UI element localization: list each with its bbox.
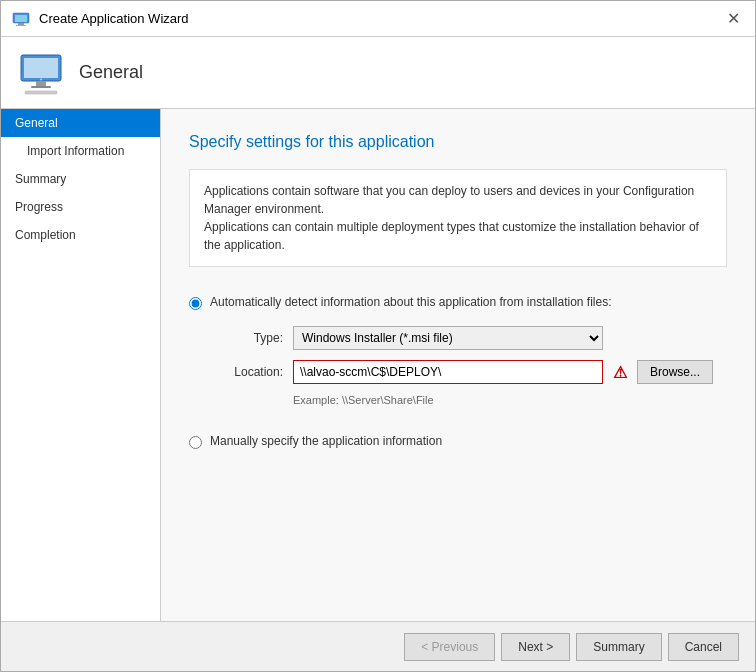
manual-option: Manually specify the application informa… — [189, 434, 727, 449]
cancel-button[interactable]: Cancel — [668, 633, 739, 661]
auto-detect-option: Automatically detect information about t… — [189, 295, 727, 310]
svg-rect-3 — [16, 25, 26, 26]
svg-rect-2 — [18, 23, 24, 25]
close-button[interactable]: ✕ — [721, 7, 745, 31]
type-label: Type: — [213, 331, 283, 345]
page-title: Specify settings for this application — [189, 133, 727, 151]
browse-button[interactable]: Browse... — [637, 360, 713, 384]
example-text: Example: \\Server\Share\File — [293, 394, 727, 406]
previous-button[interactable]: < Previous — [404, 633, 495, 661]
summary-button[interactable]: Summary — [576, 633, 661, 661]
app-icon — [11, 9, 31, 29]
main-content: General Import Information Summary Progr… — [1, 109, 755, 621]
auto-detect-radio[interactable] — [189, 297, 202, 310]
type-row: Type: Windows Installer (*.msi file) Win… — [213, 326, 727, 350]
application-window: Create Application Wizard ✕ General Gene… — [0, 0, 756, 672]
next-button[interactable]: Next > — [501, 633, 570, 661]
sidebar-item-summary[interactable]: Summary — [1, 165, 160, 193]
description-box: Applications contain software that you c… — [189, 169, 727, 267]
description-line1: Applications contain software that you c… — [204, 184, 694, 216]
svg-rect-6 — [36, 81, 46, 86]
sidebar: General Import Information Summary Progr… — [1, 109, 161, 621]
location-label: Location: — [213, 365, 283, 379]
svg-point-9 — [40, 78, 42, 80]
title-bar: Create Application Wizard ✕ — [1, 1, 755, 37]
type-select[interactable]: Windows Installer (*.msi file) Windows a… — [293, 326, 603, 350]
location-input[interactable] — [293, 360, 603, 384]
location-row: Location: ⚠ Browse... — [213, 360, 727, 384]
description-line2: Applications can contain multiple deploy… — [204, 220, 699, 252]
svg-rect-8 — [25, 91, 57, 94]
sidebar-item-progress[interactable]: Progress — [1, 193, 160, 221]
radio-group: Automatically detect information about t… — [189, 295, 727, 449]
title-bar-left: Create Application Wizard — [11, 9, 189, 29]
content-area: Specify settings for this application Ap… — [161, 109, 755, 621]
sidebar-item-completion[interactable]: Completion — [1, 221, 160, 249]
wizard-icon — [17, 49, 65, 97]
svg-rect-1 — [15, 15, 27, 22]
wizard-subtitle: General — [79, 62, 143, 83]
manual-label[interactable]: Manually specify the application informa… — [210, 434, 442, 448]
window-title: Create Application Wizard — [39, 11, 189, 26]
form-fields: Type: Windows Installer (*.msi file) Win… — [213, 326, 727, 406]
svg-rect-7 — [31, 86, 51, 88]
sidebar-item-import-information[interactable]: Import Information — [1, 137, 160, 165]
sidebar-item-general[interactable]: General — [1, 109, 160, 137]
auto-detect-label[interactable]: Automatically detect information about t… — [210, 295, 612, 309]
manual-radio[interactable] — [189, 436, 202, 449]
svg-rect-5 — [24, 58, 58, 78]
wizard-header: General — [1, 37, 755, 109]
footer: < Previous Next > Summary Cancel — [1, 621, 755, 671]
error-icon: ⚠ — [613, 363, 627, 382]
